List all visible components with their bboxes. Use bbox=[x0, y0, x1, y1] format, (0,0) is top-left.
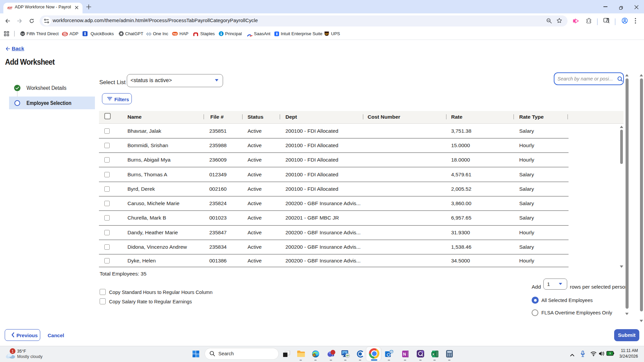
svg-text:X: X bbox=[432, 352, 435, 356]
svg-text:ADP: ADP bbox=[62, 33, 67, 35]
svg-text:ADP: ADP bbox=[7, 6, 13, 9]
svg-text:ups: ups bbox=[325, 33, 329, 35]
svg-text:N: N bbox=[403, 352, 406, 357]
